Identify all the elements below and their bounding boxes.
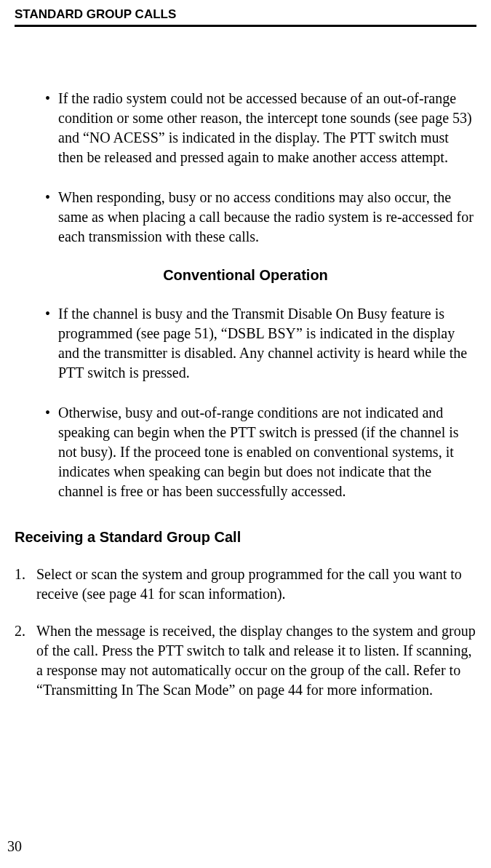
list-item: 2.When the message is received, the disp… bbox=[15, 621, 476, 700]
page-number: 30 bbox=[7, 838, 22, 855]
step-number: 2. bbox=[15, 621, 25, 641]
step-text: When the message is received, the displa… bbox=[36, 623, 476, 698]
list-item: If the channel is busy and the Transmit … bbox=[45, 304, 476, 383]
receiving-steps-list: 1.Select or scan the system and group pr… bbox=[15, 565, 476, 700]
step-text: Select or scan the system and group prog… bbox=[36, 566, 462, 602]
section-heading-receiving: Receiving a Standard Group Call bbox=[15, 529, 476, 546]
header-rule bbox=[15, 25, 476, 27]
step-number: 1. bbox=[15, 565, 25, 584]
list-item: 1.Select or scan the system and group pr… bbox=[15, 565, 476, 604]
list-item: If the radio system could not be accesse… bbox=[45, 89, 476, 167]
top-bullet-list: If the radio system could not be accesse… bbox=[15, 89, 476, 247]
conventional-bullet-list: If the channel is busy and the Transmit … bbox=[15, 304, 476, 501]
page-header-title: STANDARD GROUP CALLS bbox=[15, 7, 476, 22]
list-item: Otherwise, busy and out-of-range conditi… bbox=[45, 403, 476, 501]
subsection-heading-conventional: Conventional Operation bbox=[15, 267, 476, 284]
list-item: When responding, busy or no access condi… bbox=[45, 188, 476, 247]
